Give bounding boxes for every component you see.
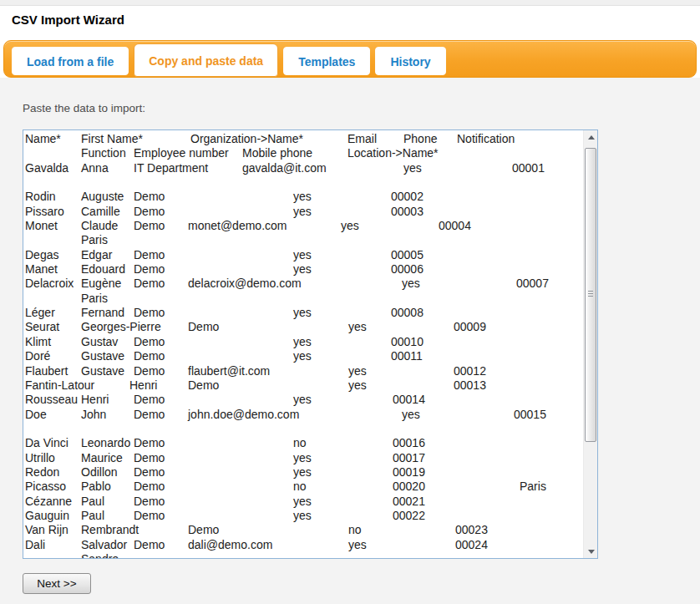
data-line: PicassoPabloDemono00020Paris: [23, 480, 583, 494]
data-line: ManetEdouardDemoyes00006: [23, 262, 583, 277]
data-cell: 00008: [391, 306, 424, 320]
data-cell: Maurice: [81, 451, 123, 465]
data-cell: Dali: [25, 538, 45, 552]
data-cell: Demo: [134, 451, 165, 465]
tab-history[interactable]: History: [375, 47, 445, 75]
data-cell: yes: [293, 349, 312, 363]
data-cell: Demo: [134, 509, 165, 523]
data-line: DaliSalvadorDemodali@demo.comyes00024: [23, 538, 583, 552]
data-cell: Auguste: [81, 190, 124, 204]
data-cell: Leonardo: [81, 436, 130, 450]
data-cell: Henri: [81, 393, 109, 407]
data-line: RodinAugusteDemoyes00002: [23, 190, 583, 204]
vertical-scrollbar[interactable]: [583, 130, 597, 558]
data-cell: Manet: [25, 262, 58, 277]
data-cell: Phone: [403, 132, 437, 146]
data-cell: yes: [348, 378, 367, 393]
data-cell: Paris: [520, 480, 546, 494]
data-cell: Pissaro: [25, 205, 64, 219]
data-cell: Van Rijn: [25, 523, 68, 537]
data-line: Paris: [23, 292, 583, 306]
data-line: FlaubertGustaveDemoflaubert@it.comyes000…: [23, 364, 583, 378]
data-line: GauguinPaulDemoyes00022: [23, 509, 583, 523]
data-cell: yes: [293, 335, 312, 349]
data-line: DoréGustaveDemoyes00011: [23, 349, 583, 363]
data-cell: 00024: [455, 538, 488, 552]
data-cell: Utrillo: [25, 451, 55, 465]
data-cell: Léger: [25, 306, 55, 320]
scrollbar-grip-icon: [588, 291, 593, 298]
tab-copy-and-paste-data[interactable]: Copy and paste data: [134, 43, 278, 77]
data-cell: IT Department: [134, 161, 208, 175]
data-line: [23, 175, 583, 190]
triangle-down-icon: [588, 550, 595, 554]
data-line: RousseauHenriDemoyes00014: [23, 393, 583, 407]
tab-templates[interactable]: Templates: [283, 47, 370, 75]
data-cell: yes: [402, 408, 420, 422]
data-cell: First Name*: [81, 132, 143, 146]
data-cell: Rembrandt: [81, 523, 139, 537]
data-cell: Fernand: [81, 306, 124, 320]
data-cell: Demo: [134, 364, 165, 378]
data-cell: Edouard: [81, 262, 125, 277]
scroll-down-button[interactable]: [584, 545, 598, 558]
data-cell: Eugène: [81, 277, 121, 291]
data-line: GavaldaAnnaIT Departmentgavalda@it.comye…: [23, 161, 583, 175]
next-button[interactable]: Next >>: [23, 573, 91, 594]
window-top-strip: [0, 0, 700, 6]
data-cell: no: [293, 436, 307, 450]
data-cell: Paul: [81, 495, 104, 509]
data-cell: Demo: [134, 306, 165, 320]
data-line: RedonOdillonDemoyes00019: [23, 465, 583, 480]
data-cell: Demo: [134, 190, 165, 204]
data-cell: Doré: [25, 349, 50, 363]
data-cell: Demo: [134, 393, 165, 407]
data-cell: yes: [348, 538, 367, 552]
data-cell: dali@demo.com: [188, 538, 272, 552]
data-cell: yes: [293, 190, 312, 204]
data-cell: Employee number: [134, 146, 229, 160]
scroll-up-button[interactable]: [584, 130, 598, 144]
data-cell: Claude: [81, 219, 118, 233]
data-cell: 00005: [391, 248, 424, 262]
data-cell: Demo: [134, 349, 165, 363]
data-cell: Edgar: [81, 248, 112, 262]
data-cell: Demo: [134, 205, 165, 219]
data-cell: 00010: [391, 335, 424, 349]
data-cell: Camille: [81, 205, 120, 219]
data-cell: Monet: [25, 219, 58, 233]
data-line: LégerFernandDemoyes00008: [23, 306, 583, 320]
data-cell: no: [293, 480, 307, 494]
data-cell: Demo: [134, 408, 165, 422]
data-cell: Gustave: [81, 349, 124, 363]
data-cell: Organization->Name*: [190, 132, 303, 146]
data-cell: Rousseau: [25, 393, 78, 407]
data-cell: 00015: [514, 408, 546, 422]
data-cell: Demo: [134, 277, 165, 291]
data-cell: yes: [293, 393, 312, 407]
data-cell: Delacroix: [25, 277, 74, 291]
data-cell: Mobile phone: [242, 146, 312, 160]
data-line: DoeJohnDemojohn.doe@demo.comyes00015: [23, 408, 583, 422]
data-cell: Salvador: [81, 538, 127, 552]
data-cell: Anna: [81, 161, 109, 175]
data-line: MonetClaudeDemomonet@demo.comyes00004: [23, 219, 583, 233]
data-line: Sandro: [23, 552, 583, 559]
data-cell: john.doe@demo.com: [188, 408, 299, 422]
tab-load-from-a-file[interactable]: Load from a file: [12, 47, 129, 75]
data-cell: Location->Name*: [347, 146, 439, 160]
data-cell: Sandro: [81, 552, 119, 559]
data-cell: yes: [341, 219, 359, 233]
paste-data-textarea[interactable]: Name*First Name*Organization->Name*Email…: [23, 129, 598, 559]
data-cell: Function: [81, 146, 126, 160]
scrollbar-thumb[interactable]: [585, 148, 596, 442]
data-cell: 00007: [516, 277, 549, 291]
data-cell: monet@demo.com: [188, 219, 287, 233]
data-cell: Demo: [134, 495, 165, 509]
data-cell: Demo: [134, 335, 165, 349]
data-cell: Henri: [129, 378, 157, 393]
data-cell: 00002: [391, 190, 424, 204]
data-cell: 00022: [393, 509, 425, 523]
data-cell: yes: [293, 465, 312, 480]
data-line: Van RijnRembrandtDemono00023: [23, 523, 583, 537]
